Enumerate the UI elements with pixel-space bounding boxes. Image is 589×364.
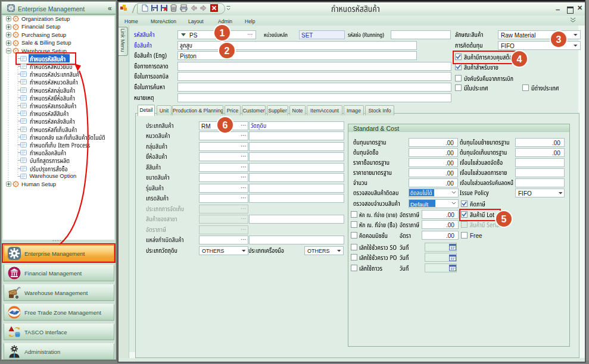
svg-text:5: 5 xyxy=(501,214,507,224)
svg-text:1: 1 xyxy=(220,28,225,38)
svg-text:4: 4 xyxy=(517,54,522,64)
svg-text:2: 2 xyxy=(225,46,230,56)
svg-text:6: 6 xyxy=(223,120,228,130)
svg-text:3: 3 xyxy=(556,34,562,45)
